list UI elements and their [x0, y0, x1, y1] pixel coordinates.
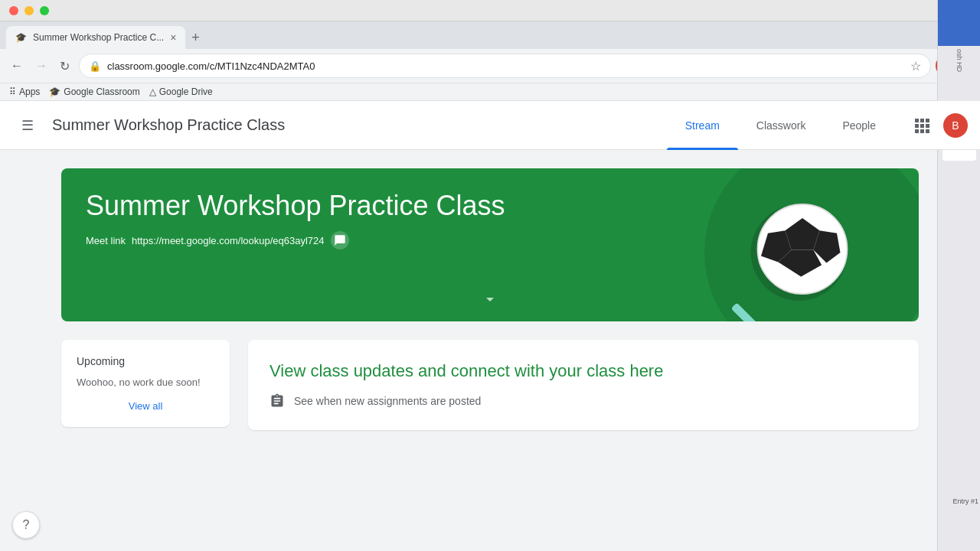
back-button[interactable]: ←	[6, 56, 28, 76]
entry-label: Entry #1	[952, 497, 978, 505]
minimize-window-button[interactable]	[24, 6, 34, 15]
drive-icon: △	[149, 86, 156, 97]
address-text: classroom.google.com/c/MTI1Nzc4NDA2MTA0	[107, 60, 904, 72]
bookmark-apps[interactable]: ⠿ Apps	[9, 86, 40, 97]
browser-nav-bar: ← → ↻ 🔒 classroom.google.com/c/MTI1Nzc4N…	[0, 49, 980, 83]
app-header: ☰ Summer Workshop Practice Class Stream …	[0, 101, 980, 150]
banner-expand-button[interactable]	[481, 290, 499, 312]
user-avatar-button[interactable]: B	[943, 113, 968, 138]
address-bar[interactable]: 🔒 classroom.google.com/c/MTI1Nzc4NDA2MTA…	[79, 54, 931, 78]
classroom-label: Google Classroom	[64, 86, 139, 97]
svg-rect-7	[920, 129, 924, 133]
nav-tabs: Stream Classwork People	[667, 101, 894, 150]
app-container: ☰ Summer Workshop Practice Class Stream …	[0, 101, 980, 548]
window-chrome	[0, 0, 980, 21]
chevron-down-icon	[481, 290, 499, 308]
tab-bar: 🎓 Summer Workshop Practice C... × +	[0, 21, 980, 49]
apps-icon: ⠿	[9, 86, 16, 97]
forward-button[interactable]: →	[31, 56, 52, 76]
svg-rect-5	[926, 124, 929, 128]
tab-favicon: 🎓	[15, 32, 27, 43]
svg-rect-1	[920, 119, 924, 122]
class-banner: Summer Workshop Practice Class Meet link…	[61, 168, 919, 321]
chat-icon	[334, 234, 346, 246]
stream-feature-text: See when new assignments are posted	[294, 395, 481, 407]
lock-icon: 🔒	[89, 60, 101, 72]
main-column: View class updates and connect with your…	[248, 340, 919, 430]
google-apps-button[interactable]	[906, 110, 937, 141]
svg-rect-2	[926, 119, 929, 122]
soccer-illustration	[720, 184, 858, 321]
app-title: Summer Workshop Practice Class	[52, 116, 285, 134]
meet-copy-button[interactable]	[331, 231, 349, 249]
upcoming-title: Upcoming	[77, 355, 214, 367]
apps-label: Apps	[19, 86, 40, 97]
tab-classwork[interactable]: Classwork	[738, 101, 825, 150]
stream-feature: See when new assignments are posted	[270, 393, 897, 409]
hamburger-button[interactable]: ☰	[12, 110, 43, 141]
active-tab[interactable]: 🎓 Summer Workshop Practice C... ×	[6, 26, 185, 49]
tab-stream[interactable]: Stream	[667, 101, 738, 150]
svg-rect-0	[915, 119, 919, 122]
main-content: Summer Workshop Practice Class Meet link…	[0, 150, 980, 548]
bookmark-google-classroom[interactable]: 🎓 Google Classroom	[49, 86, 139, 97]
classroom-icon: 🎓	[49, 86, 60, 97]
upcoming-card: Upcoming Woohoo, no work due soon! View …	[61, 340, 230, 427]
header-actions: B	[906, 110, 968, 141]
bookmarks-bar: ⠿ Apps 🎓 Google Classroom △ Google Drive	[0, 83, 980, 101]
svg-rect-3	[915, 124, 919, 128]
tab-people[interactable]: People	[824, 101, 894, 150]
svg-rect-4	[920, 124, 924, 128]
help-button[interactable]: ?	[12, 511, 40, 539]
drive-label: Google Drive	[159, 86, 213, 97]
sidebar-column: Upcoming Woohoo, no work due soon! View …	[61, 340, 230, 430]
svg-rect-9	[731, 302, 776, 321]
stream-card: View class updates and connect with your…	[248, 340, 919, 430]
right-panel: osh HD Entry #1	[937, 0, 980, 551]
svg-rect-6	[915, 129, 919, 133]
meet-label: Meet link	[86, 235, 126, 246]
assignment-icon	[270, 393, 285, 409]
view-all-link[interactable]: View all	[77, 400, 214, 412]
tab-title: Summer Workshop Practice C...	[33, 32, 164, 43]
upcoming-empty-text: Woohoo, no work due soon!	[77, 377, 214, 388]
maximize-window-button[interactable]	[40, 6, 49, 15]
right-panel-item: osh HD	[952, 46, 966, 75]
nav-controls: ← → ↻	[6, 56, 74, 77]
stream-heading: View class updates and connect with your…	[270, 361, 897, 381]
grid-icon	[914, 118, 929, 133]
meet-url[interactable]: https://meet.google.com/lookup/eq63ayl72…	[132, 235, 325, 246]
right-panel-top	[938, 0, 980, 46]
new-tab-button[interactable]: +	[185, 27, 206, 49]
tab-close-button[interactable]: ×	[170, 31, 176, 44]
content-columns: Upcoming Woohoo, no work due soon! View …	[61, 340, 919, 430]
reload-button[interactable]: ↻	[55, 56, 74, 77]
close-window-button[interactable]	[9, 6, 18, 15]
svg-rect-8	[926, 129, 929, 133]
bookmark-icon[interactable]: ☆	[910, 59, 921, 73]
banner-title: Summer Workshop Practice Class	[86, 190, 545, 222]
help-icon: ?	[23, 518, 30, 532]
bookmark-google-drive[interactable]: △ Google Drive	[149, 86, 213, 97]
